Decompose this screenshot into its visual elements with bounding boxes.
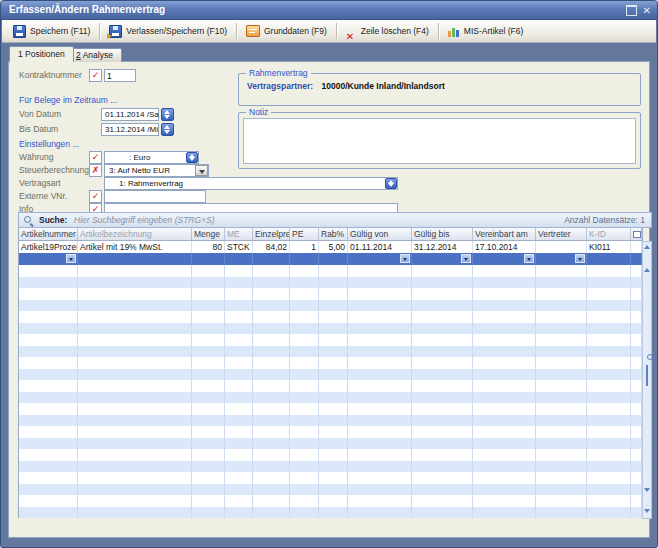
table-cell — [253, 449, 290, 461]
table-cell — [473, 426, 536, 438]
cell-dropdown-icon[interactable] — [400, 254, 410, 263]
waehrung-check-icon[interactable] — [89, 151, 102, 164]
table-cell — [253, 461, 290, 473]
cell-dropdown-icon[interactable] — [66, 254, 76, 263]
cell-dropdown-icon[interactable] — [524, 254, 534, 263]
waehrung-spinner-icon[interactable] — [186, 152, 198, 163]
externe-vnr-check-icon[interactable] — [89, 190, 102, 203]
bis-datum-spinner-icon[interactable] — [161, 123, 174, 136]
table-cell — [319, 461, 348, 473]
table-cell — [412, 403, 473, 415]
column-header-6[interactable]: PE — [290, 228, 319, 240]
notiz-textarea[interactable] — [243, 118, 636, 164]
table-cell — [19, 472, 78, 484]
notiz-group-title: Notiz — [246, 107, 271, 118]
table-cell — [290, 300, 319, 312]
tab-positionen-label: 1 Positionen — [18, 49, 65, 59]
von-datum-field[interactable]: 01.11.2014 /Sa — [101, 108, 159, 121]
table-cell — [192, 300, 225, 312]
table-cell — [78, 438, 192, 450]
table-cell — [587, 461, 631, 473]
toolbar-button-3[interactable]: Grunddaten (F9) — [240, 23, 333, 39]
toolbar-button-1[interactable]: Speichern (F11) — [7, 23, 96, 40]
externe-vnr-label: Externe VNr. — [19, 190, 67, 203]
table-cell — [225, 403, 253, 415]
table-cell — [192, 369, 225, 381]
table-cell — [19, 438, 78, 450]
externe-vnr-input[interactable] — [104, 190, 206, 203]
table-cell — [19, 403, 78, 415]
von-datum-label: Von Datum — [19, 108, 61, 121]
table-cell — [348, 288, 412, 300]
toolbar-button-label: MIS-Artikel (F6) — [464, 26, 524, 36]
bis-datum-field[interactable]: 31.12.2014 /Mi — [101, 123, 159, 136]
scroll-to-bottom-icon[interactable] — [643, 509, 651, 513]
toolbar-separator — [236, 23, 237, 39]
table-cell — [253, 300, 290, 312]
table-cell — [319, 357, 348, 369]
table-cell — [412, 449, 473, 461]
column-header-10[interactable]: Vereinbart am — [473, 228, 536, 240]
toolbar-button-2[interactable]: Verlassen/Speichern (F10) — [103, 23, 233, 40]
tab-analyse[interactable]: 2 Analyse — [67, 48, 122, 62]
restore-window-icon[interactable] — [626, 5, 637, 16]
grid-settings-icon[interactable] — [643, 366, 651, 385]
column-header-1[interactable]: Artikelnummer — [19, 228, 78, 240]
edit-check-icon[interactable] — [89, 69, 102, 82]
waehrung-select[interactable]: : Euro — [104, 151, 199, 164]
toolbar-separator — [438, 23, 439, 39]
cell-dropdown-icon[interactable] — [575, 254, 585, 263]
table-cell — [348, 472, 412, 484]
table-cell — [19, 277, 78, 289]
table-cell-filler — [631, 334, 642, 346]
steuerberechnung-x-icon[interactable] — [89, 164, 102, 177]
table-cell-filler — [631, 426, 642, 438]
column-header-3[interactable]: Menge — [192, 228, 225, 240]
column-header-5[interactable]: Einzelpreis — [253, 228, 290, 240]
table-row-selected[interactable] — [19, 253, 642, 265]
table-cell — [253, 311, 290, 323]
cell-dropdown-icon[interactable] — [461, 254, 471, 263]
table-cell — [290, 265, 319, 277]
column-header-2[interactable]: Artikelbezeichnung — [78, 228, 192, 240]
toolbar-button-4[interactable]: Zeile löschen (F4) — [340, 24, 435, 39]
table-cell — [473, 449, 536, 461]
von-datum-spinner-icon[interactable] — [161, 108, 174, 121]
table-cell-filler — [631, 311, 642, 323]
table-row-empty — [19, 415, 642, 427]
table-row[interactable]: Artikel19ProzerArtikel mit 19% MwSt.80ST… — [19, 241, 642, 253]
row-down-icon[interactable] — [643, 488, 651, 492]
column-header-7[interactable]: Rab% — [319, 228, 348, 240]
table-cell — [319, 472, 348, 484]
search-bar[interactable]: Suche: Hier Suchbegriff eingeben (STRG+S… — [18, 212, 652, 228]
vertragsart-select[interactable]: 1: Rahmenvertrag — [104, 177, 398, 190]
tab-positionen[interactable]: 1 Positionen — [9, 46, 74, 62]
table-cell — [412, 277, 473, 289]
table-cell — [412, 415, 473, 427]
kontraktnummer-input[interactable] — [104, 69, 136, 82]
column-header-4[interactable]: ME — [225, 228, 253, 240]
vertragsart-spinner-icon[interactable] — [385, 178, 397, 189]
column-header-11[interactable]: Vertreter — [536, 228, 587, 240]
table-cell — [319, 438, 348, 450]
table-cell — [319, 288, 348, 300]
close-window-icon[interactable]: ✕ — [643, 6, 651, 16]
table-cell-filler — [631, 277, 642, 289]
table-cell — [587, 472, 631, 484]
table-cell — [253, 265, 290, 277]
table-cell — [225, 300, 253, 312]
scroll-to-top-icon[interactable] — [643, 245, 651, 249]
steuerberechnung-select[interactable]: 3: Auf Netto EUR — [104, 164, 209, 177]
column-header-9[interactable]: Gültig bis — [412, 228, 473, 240]
row-up-icon[interactable] — [643, 268, 651, 272]
steuerberechnung-dropdown-icon[interactable] — [195, 165, 208, 176]
toolbar-button-5[interactable]: MIS-Artikel (F6) — [442, 24, 530, 39]
table-cell — [253, 334, 290, 346]
table-row-empty — [19, 288, 642, 300]
table-cell — [473, 288, 536, 300]
header-options-icon[interactable] — [631, 228, 642, 240]
column-header-8[interactable]: Gültig von — [348, 228, 412, 240]
table-cell-filler — [631, 323, 642, 335]
table-cell — [290, 403, 319, 415]
column-header-12[interactable]: K-ID — [587, 228, 631, 240]
